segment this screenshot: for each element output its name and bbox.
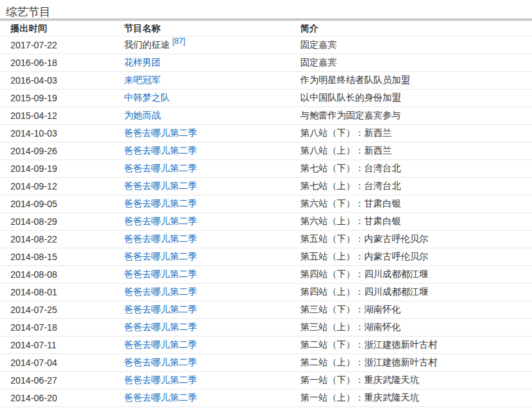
air-date-cell: 2014-08-29 [0, 213, 114, 231]
air-date-cell: 2014-07-04 [0, 354, 114, 372]
table-row: 2014-07-18爸爸去哪儿第二季第三站（上）：湖南怀化 [0, 319, 532, 337]
reference-superscript: [87] [172, 37, 185, 46]
intro-cell: 第七站（下）：台湾台北 [290, 160, 532, 178]
air-date-cell: 2014-09-26 [0, 142, 114, 160]
intro-cell: 第四站（下）：四川成都都江堰 [290, 266, 532, 284]
column-header-air-date: 播出时间 [0, 20, 114, 37]
table-row: 2014-08-15爸爸去哪儿第二季第五站（上）：内蒙古呼伦贝尔 [0, 248, 532, 266]
show-name-cell: 爸爸去哪儿第二季 [114, 213, 290, 231]
section-title: 综艺节目 [0, 0, 532, 18]
show-name-cell: 爸爸去哪儿第二季 [114, 266, 290, 284]
air-date-cell: 2014-09-19 [0, 160, 114, 178]
show-name-cell: 来吧冠军 [114, 72, 290, 90]
intro-cell: 固定嘉宾 [290, 37, 532, 54]
table-row: 2014-07-04爸爸去哪儿第二季第二站（上）：浙江建德新叶古村 [0, 354, 532, 372]
table-row: 2014-07-11爸爸去哪儿第二季第二站（下）：浙江建德新叶古村 [0, 337, 532, 354]
air-date-cell: 2017-07-22 [0, 37, 114, 54]
show-name-cell: 爸爸去哪儿第二季 [114, 390, 290, 407]
air-date-cell: 2015-04-12 [0, 107, 114, 125]
intro-cell: 第八站（上）：新西兰 [290, 142, 532, 160]
show-name-link[interactable]: 爸爸去哪儿第二季 [124, 251, 197, 261]
show-name-cell: 爸爸去哪儿第二季 [114, 284, 290, 301]
intro-cell: 第二站（下）：浙江建德新叶古村 [290, 337, 532, 354]
show-name-cell: 爸爸去哪儿第二季 [114, 125, 290, 142]
show-name-link[interactable]: 爸爸去哪儿第二季 [124, 286, 197, 297]
variety-shows-table: 播出时间 节目名称 简介 2017-07-22我们的征途 [87]固定嘉宾201… [0, 18, 532, 407]
show-name-link[interactable]: 爸爸去哪儿第二季 [124, 127, 197, 138]
show-name-link[interactable]: 中韩梦之队 [124, 92, 170, 103]
intro-cell: 第七站（上）：台湾台北 [290, 178, 532, 195]
intro-cell: 第六站（上）：甘肃白银 [290, 213, 532, 231]
show-name-cell: 爸爸去哪儿第二季 [114, 195, 290, 213]
show-name-link[interactable]: 爸爸去哪儿第二季 [124, 374, 197, 385]
show-name-cell: 爸爸去哪儿第二季 [114, 337, 290, 354]
show-name-cell: 爸爸去哪儿第二季 [114, 301, 290, 319]
column-header-intro: 简介 [290, 20, 532, 37]
air-date-cell: 2016-06-18 [0, 54, 114, 72]
show-name-cell: 爸爸去哪儿第二季 [114, 231, 290, 248]
table-row: 2016-06-18花样男团固定嘉宾 [0, 54, 532, 72]
show-name-cell: 爸爸去哪儿第二季 [114, 142, 290, 160]
show-name-link[interactable]: 爸爸去哪儿第二季 [124, 163, 197, 173]
show-name-link[interactable]: 爸爸去哪儿第二季 [124, 198, 197, 208]
show-name-link[interactable]: 爸爸去哪儿第二季 [124, 392, 197, 403]
reference-link[interactable]: [87] [172, 37, 185, 46]
intro-cell: 第六站（下）：甘肃白银 [290, 195, 532, 213]
table-row: 2017-07-22我们的征途 [87]固定嘉宾 [0, 37, 532, 54]
intro-cell: 固定嘉宾 [290, 54, 532, 72]
table-row: 2014-09-12爸爸去哪儿第二季第七站（上）：台湾台北 [0, 178, 532, 195]
show-name-link[interactable]: 为她而战 [124, 110, 161, 120]
show-name-cell: 我们的征途 [87] [114, 37, 290, 54]
table-row: 2014-07-25爸爸去哪儿第二季第三站（下）：湖南怀化 [0, 301, 532, 319]
air-date-cell: 2016-04-03 [0, 72, 114, 90]
air-date-cell: 2014-07-18 [0, 319, 114, 337]
air-date-cell: 2014-08-01 [0, 284, 114, 301]
table-row: 2014-08-22爸爸去哪儿第二季第五站（下）：内蒙古呼伦贝尔 [0, 231, 532, 248]
show-name-cell: 爸爸去哪儿第二季 [114, 178, 290, 195]
show-name-cell: 爸爸去哪儿第二季 [114, 160, 290, 178]
intro-cell: 第五站（下）：内蒙古呼伦贝尔 [290, 231, 532, 248]
intro-cell: 第三站（上）：湖南怀化 [290, 319, 532, 337]
table-row: 2014-09-19爸爸去哪儿第二季第七站（下）：台湾台北 [0, 160, 532, 178]
show-name-link[interactable]: 爸爸去哪儿第二季 [124, 322, 197, 332]
show-name-link[interactable]: 爸爸去哪儿第二季 [124, 304, 197, 314]
show-name-link[interactable]: 爸爸去哪儿第二季 [124, 357, 197, 367]
show-name-cell: 爸爸去哪儿第二季 [114, 248, 290, 266]
air-date-cell: 2014-08-15 [0, 248, 114, 266]
air-date-cell: 2015-09-19 [0, 90, 114, 107]
air-date-cell: 2014-06-20 [0, 390, 114, 407]
table-row: 2014-06-27爸爸去哪儿第二季第一站（下）：重庆武隆天坑 [0, 372, 532, 390]
table-header-row: 播出时间 节目名称 简介 [0, 20, 532, 37]
show-name-cell: 中韩梦之队 [114, 90, 290, 107]
air-date-cell: 2014-06-27 [0, 372, 114, 390]
show-name-link[interactable]: 爸爸去哪儿第二季 [124, 216, 197, 226]
table-body: 2017-07-22我们的征途 [87]固定嘉宾2016-06-18花样男团固定… [0, 37, 532, 407]
intro-cell: 第三站（下）：湖南怀化 [290, 301, 532, 319]
show-name-link[interactable]: 爸爸去哪儿第二季 [124, 233, 197, 244]
air-date-cell: 2014-09-05 [0, 195, 114, 213]
intro-cell: 第八站（下）：新西兰 [290, 125, 532, 142]
air-date-cell: 2014-09-12 [0, 178, 114, 195]
table-row: 2014-08-08爸爸去哪儿第二季第四站（下）：四川成都都江堰 [0, 266, 532, 284]
show-name-link[interactable]: 爸爸去哪儿第二季 [124, 269, 197, 279]
show-name-link[interactable]: 爸爸去哪儿第二季 [124, 339, 197, 350]
intro-cell: 第五站（上）：内蒙古呼伦贝尔 [290, 248, 532, 266]
table-row: 2014-09-05爸爸去哪儿第二季第六站（下）：甘肃白银 [0, 195, 532, 213]
show-name-cell: 爸爸去哪儿第二季 [114, 319, 290, 337]
table-row: 2014-06-20爸爸去哪儿第二季第一站（上）：重庆武隆天坑 [0, 390, 532, 407]
air-date-cell: 2014-07-25 [0, 301, 114, 319]
intro-cell: 第一站（下）：重庆武隆天坑 [290, 372, 532, 390]
air-date-cell: 2014-10-03 [0, 125, 114, 142]
show-name-link[interactable]: 花样男团 [124, 57, 161, 67]
show-name-link[interactable]: 爸爸去哪儿第二季 [124, 180, 197, 191]
intro-cell: 第一站（上）：重庆武隆天坑 [290, 390, 532, 407]
table-row: 2015-09-19中韩梦之队以中国队队长的身份加盟 [0, 90, 532, 107]
show-name-link[interactable]: 来吧冠军 [124, 75, 161, 85]
show-name-cell: 爸爸去哪儿第二季 [114, 354, 290, 372]
intro-cell: 第二站（上）：浙江建德新叶古村 [290, 354, 532, 372]
table-row: 2014-10-03爸爸去哪儿第二季第八站（下）：新西兰 [0, 125, 532, 142]
table-row: 2014-09-26爸爸去哪儿第二季第八站（上）：新西兰 [0, 142, 532, 160]
show-name-link[interactable]: 爸爸去哪儿第二季 [124, 145, 197, 156]
variety-shows-section: 综艺节目 播出时间 节目名称 简介 2017-07-22我们的征途 [87]固定… [0, 0, 532, 415]
show-name-cell: 为她而战 [114, 107, 290, 125]
